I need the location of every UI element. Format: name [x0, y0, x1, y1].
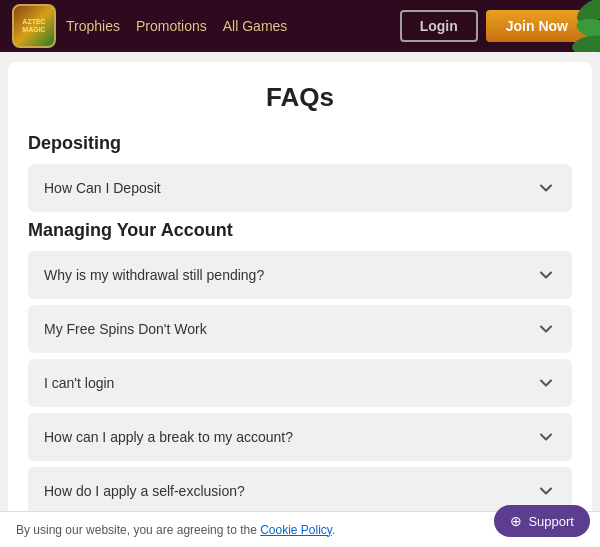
main-content: FAQs Depositing How Can I Deposit Managi… [8, 62, 592, 542]
login-button[interactable]: Login [400, 10, 478, 42]
join-button[interactable]: Join Now [486, 10, 588, 42]
support-icon: ⊕ [510, 513, 522, 529]
faq-item[interactable]: My Free Spins Don't Work [28, 305, 572, 353]
faq-question: Why is my withdrawal still pending? [44, 267, 264, 283]
chevron-down-icon [536, 373, 556, 393]
faq-question: My Free Spins Don't Work [44, 321, 207, 337]
logo-text: AZTECMAGIC [22, 18, 45, 35]
support-label: Support [528, 514, 574, 529]
page-title: FAQs [28, 82, 572, 113]
nav-trophies[interactable]: Trophies [66, 18, 120, 34]
header: AZTECMAGIC Trophies Promotions All Games… [0, 0, 600, 52]
chevron-down-icon [536, 319, 556, 339]
nav-all-games[interactable]: All Games [223, 18, 288, 34]
cookie-policy-link[interactable]: Cookie Policy [260, 523, 332, 537]
chevron-down-icon [536, 427, 556, 447]
chevron-down-icon [536, 178, 556, 198]
section-title-managing: Managing Your Account [28, 220, 572, 241]
section-title-depositing: Depositing [28, 133, 572, 154]
logo-area: AZTECMAGIC [12, 4, 56, 48]
chevron-down-icon [536, 481, 556, 501]
faq-item[interactable]: How Can I Deposit [28, 164, 572, 212]
support-button[interactable]: ⊕ Support [494, 505, 590, 537]
faq-question: How do I apply a self-exclusion? [44, 483, 245, 499]
logo: AZTECMAGIC [12, 4, 56, 48]
faq-item[interactable]: I can't login [28, 359, 572, 407]
faq-question: How can I apply a break to my account? [44, 429, 293, 445]
faq-item[interactable]: How can I apply a break to my account? [28, 413, 572, 461]
faq-question: I can't login [44, 375, 114, 391]
header-actions: Login Join Now [400, 10, 588, 42]
nav-promotions[interactable]: Promotions [136, 18, 207, 34]
faq-question: How Can I Deposit [44, 180, 161, 196]
main-nav: Trophies Promotions All Games [66, 18, 287, 34]
faq-item[interactable]: How do I apply a self-exclusion? [28, 467, 572, 515]
cookie-text: By using our website, you are agreeing t… [16, 523, 335, 537]
faq-item[interactable]: Why is my withdrawal still pending? [28, 251, 572, 299]
chevron-down-icon [536, 265, 556, 285]
